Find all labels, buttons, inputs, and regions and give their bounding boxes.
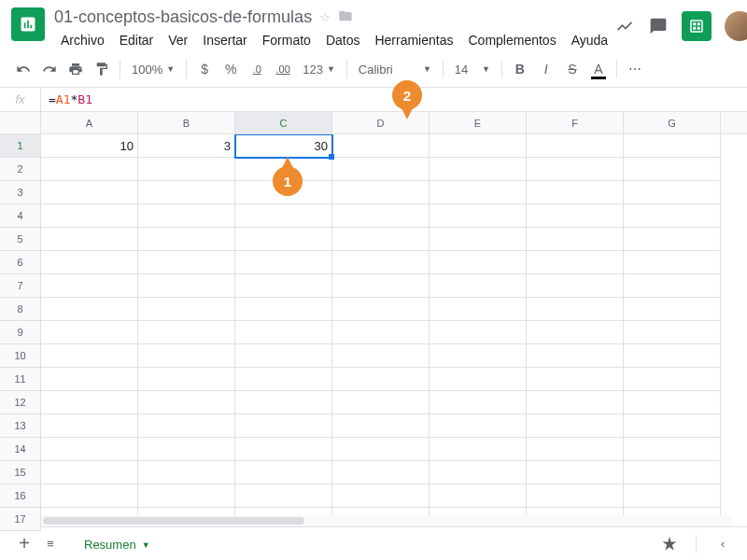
explore-button[interactable] [656,531,683,557]
cell-G9[interactable] [624,321,721,344]
row-header-8[interactable]: 8 [0,298,40,321]
cell-B16[interactable] [138,484,235,508]
cell-D15[interactable] [332,461,430,484]
cell-A16[interactable] [41,484,138,508]
avatar[interactable] [725,11,747,41]
menu-editar[interactable]: Editar [113,29,161,51]
cell-A6[interactable] [41,251,138,274]
row-header-2[interactable]: 2 [0,158,40,181]
cell-C8[interactable] [235,298,332,321]
cell-F11[interactable] [527,368,624,391]
cell-E10[interactable] [430,344,527,368]
cell-E12[interactable] [430,391,527,414]
cell-G13[interactable] [624,414,721,438]
row-header-12[interactable]: 12 [0,391,40,414]
menu-archivo[interactable]: Archivo [54,29,111,51]
row-header-9[interactable]: 9 [0,321,40,344]
cell-D10[interactable] [332,344,430,368]
cell-F9[interactable] [527,321,624,344]
cell-E3[interactable] [430,181,527,204]
cell-F8[interactable] [527,298,624,321]
cell-D3[interactable] [332,181,430,204]
cell-F2[interactable] [527,158,624,181]
cell-E4[interactable] [430,204,527,228]
font-size-combo[interactable]: 14▼ [449,57,496,81]
cell-D2[interactable] [332,158,430,181]
strikethrough-button[interactable]: S [560,57,585,81]
col-header-C[interactable]: C [235,112,332,133]
currency-button[interactable]: $ [192,57,217,81]
cell-F10[interactable] [527,344,624,368]
cell-G10[interactable] [624,344,721,368]
cell-B12[interactable] [138,391,235,414]
menu-insertar[interactable]: Insertar [196,29,253,51]
increase-decimal-button[interactable]: .00 [271,57,295,81]
cell-B1[interactable]: 3 [138,134,235,158]
menu-datos[interactable]: Datos [319,29,367,51]
zoom-combo[interactable]: 100%▼ [126,57,180,81]
cell-G7[interactable] [624,274,721,298]
cell-G5[interactable] [624,228,721,251]
cell-C15[interactable] [235,461,332,484]
menu-ayuda[interactable]: Ayuda [565,29,614,51]
font-combo[interactable]: Calibri▼ [353,57,437,81]
cell-C4[interactable] [235,204,332,228]
cell-E6[interactable] [430,251,527,274]
cell-C1[interactable]: 30 [235,134,332,158]
cell-B13[interactable] [138,414,235,438]
cell-F1[interactable] [527,134,624,158]
col-header-G[interactable]: G [624,112,721,133]
cell-B8[interactable] [138,298,235,321]
cell-G3[interactable] [624,181,721,204]
cell-B2[interactable] [138,158,235,181]
row-header-11[interactable]: 11 [0,368,40,391]
cell-G1[interactable] [624,134,721,158]
cell-F3[interactable] [527,181,624,204]
cell-D11[interactable] [332,368,430,391]
cell-C7[interactable] [235,274,332,298]
sheets-logo[interactable] [11,7,45,41]
cell-F12[interactable] [527,391,624,414]
cell-C16[interactable] [235,484,332,508]
cell-G11[interactable] [624,368,721,391]
cell-A15[interactable] [41,461,138,484]
cell-F5[interactable] [527,228,624,251]
all-sheets-button[interactable]: ≡ [37,531,63,557]
cell-A7[interactable] [41,274,138,298]
cell-D1[interactable] [332,134,430,158]
cell-E8[interactable] [430,298,527,321]
cell-D9[interactable] [332,321,430,344]
text-color-button[interactable]: A [586,57,611,81]
cell-F6[interactable] [527,251,624,274]
redo-button[interactable] [37,57,62,81]
cell-D7[interactable] [332,274,430,298]
cell-F16[interactable] [527,484,624,508]
print-button[interactable] [63,57,88,81]
cell-A9[interactable] [41,321,138,344]
number-format-combo[interactable]: 123▼ [297,57,341,81]
cell-A4[interactable] [41,204,138,228]
sheet-tab-resumen[interactable]: Resumen ▼ [71,527,163,561]
cell-C5[interactable] [235,228,332,251]
sheet-tab-menu-icon[interactable]: ▼ [142,540,150,550]
share-button[interactable] [682,11,712,41]
decrease-decimal-button[interactable]: .0 [245,57,269,81]
more-button[interactable]: ⋯ [623,57,647,81]
bold-button[interactable]: B [508,57,532,81]
row-header-14[interactable]: 14 [0,438,40,461]
activity-icon[interactable] [614,16,635,36]
cell-C9[interactable] [235,321,332,344]
row-header-15[interactable]: 15 [0,461,40,484]
cell-C11[interactable] [235,368,332,391]
cell-D5[interactable] [332,228,430,251]
cell-E11[interactable] [430,368,527,391]
cell-B6[interactable] [138,251,235,274]
cell-B7[interactable] [138,274,235,298]
menu-herramientas[interactable]: Herramientas [368,29,459,51]
folder-icon[interactable] [338,8,353,26]
cell-G6[interactable] [624,251,721,274]
row-header-13[interactable]: 13 [0,414,40,438]
undo-button[interactable] [11,57,35,81]
cell-D13[interactable] [332,414,430,438]
cell-A3[interactable] [41,181,138,204]
